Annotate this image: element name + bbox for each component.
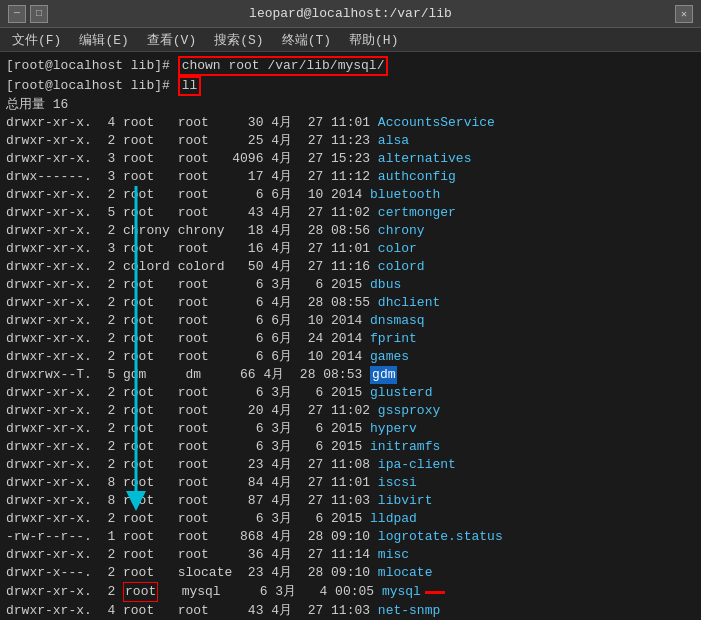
menu-help[interactable]: 帮助(H) — [341, 29, 406, 51]
close-button[interactable]: ✕ — [675, 5, 693, 23]
list-item: drwxr-xr-x. 2 colord colord 50 4月 27 11:… — [6, 258, 503, 276]
bluetooth-section: drwxr-xr-x. 2 root root 6 6月 10 2014 blu… — [6, 186, 695, 620]
menubar: 文件(F) 编辑(E) 查看(V) 搜索(S) 终端(T) 帮助(H) — [0, 28, 701, 52]
total-line: 总用量 16 — [6, 96, 695, 114]
list-item: drwxr-x---. 2 root slocate 23 4月 28 09:1… — [6, 564, 503, 582]
list-item: drwxr-xr-x. 2 root root 6 3月 6 2015 init… — [6, 438, 503, 456]
window-title: leopard@localhost:/var/lib — [68, 6, 633, 21]
list-item: drwxr-xr-x. 8 root root 84 4月 27 11:01 i… — [6, 474, 503, 492]
menu-terminal[interactable]: 终端(T) — [274, 29, 339, 51]
menu-search[interactable]: 搜索(S) — [206, 29, 271, 51]
list-item-mysql: drwxr-xr-x. 2 root mysql 6 3月 4 00:05 my… — [6, 582, 503, 602]
title-bar: ─ □ leopard@localhost:/var/lib ✕ — [0, 0, 701, 28]
command-box-2: ll — [178, 76, 202, 96]
minimize-button[interactable]: ─ — [8, 5, 26, 23]
list-item: drwxr-xr-x. 5 root root 43 4月 27 11:02 c… — [6, 204, 503, 222]
command-box-1: chown root /var/lib/mysql/ — [178, 56, 389, 76]
list-item-gdm: drwxrwx--T. 5 gdm dm 66 4月 28 08:53 gdm — [6, 366, 503, 384]
menu-file[interactable]: 文件(F) — [4, 29, 69, 51]
list-item: drwxr-xr-x. 2 root root 6 6月 10 2014 gam… — [6, 348, 503, 366]
list-item: drwxr-xr-x. 4 root root 43 4月 27 11:03 n… — [6, 602, 503, 620]
red-indicator — [425, 591, 445, 594]
list-item: drwxr-xr-x. 2 root root 6 6月 10 2014 blu… — [6, 186, 503, 204]
list-item: drwxr-xr-x. 2 root root 6 4月 28 08:55 dh… — [6, 294, 503, 312]
list-item: drwx------. 3 root root 17 4月 27 11:12 a… — [6, 168, 695, 186]
list-item: drwxr-xr-x. 2 root root 6 6月 10 2014 dns… — [6, 312, 503, 330]
list-item: drwxr-xr-x. 2 root root 6 3月 6 2015 dbus — [6, 276, 503, 294]
list-item: drwxr-xr-x. 2 root root 6 3月 6 2015 hype… — [6, 420, 503, 438]
list-item: drwxr-xr-x. 2 root root 6 3月 6 2015 glus… — [6, 384, 503, 402]
list-item: drwxr-xr-x. 2 root root 6 6月 24 2014 fpr… — [6, 330, 503, 348]
list-item: drwxr-xr-x. 2 root root 6 3月 6 2015 lldp… — [6, 510, 503, 528]
terminal-content[interactable]: [root@localhost lib]# chown root /var/li… — [0, 52, 701, 620]
menu-edit[interactable]: 编辑(E) — [71, 29, 136, 51]
list-item: drwxr-xr-x. 2 root root 25 4月 27 11:23 a… — [6, 132, 695, 150]
terminal-window: ─ □ leopard@localhost:/var/lib ✕ 文件(F) 编… — [0, 0, 701, 620]
list-item: drwxr-xr-x. 2 chrony chrony 18 4月 28 08:… — [6, 222, 503, 240]
maximize-button[interactable]: □ — [30, 5, 48, 23]
list-item: drwxr-xr-x. 3 root root 16 4月 27 11:01 c… — [6, 240, 503, 258]
list-item: drwxr-xr-x. 2 root root 20 4月 27 11:02 g… — [6, 402, 503, 420]
list-item: drwxr-xr-x. 8 root root 87 4月 27 11:03 l… — [6, 492, 503, 510]
list-item: drwxr-xr-x. 2 root root 23 4月 27 11:08 i… — [6, 456, 503, 474]
command-line-1: [root@localhost lib]# chown root /var/li… — [6, 56, 695, 76]
list-item: drwxr-xr-x. 3 root root 4096 4月 27 15:23… — [6, 150, 695, 168]
prompt-2: [root@localhost lib]# — [6, 77, 178, 95]
command-line-2: [root@localhost lib]# ll — [6, 76, 695, 96]
list-item: drwxr-xr-x. 2 root root 36 4月 27 11:14 m… — [6, 546, 503, 564]
list-item: drwxr-xr-x. 4 root root 30 4月 27 11:01 A… — [6, 114, 695, 132]
prompt-1: [root@localhost lib]# — [6, 57, 178, 75]
list-item: -rw-r--r--. 1 root root 868 4月 28 09:10 … — [6, 528, 503, 546]
menu-view[interactable]: 查看(V) — [139, 29, 204, 51]
